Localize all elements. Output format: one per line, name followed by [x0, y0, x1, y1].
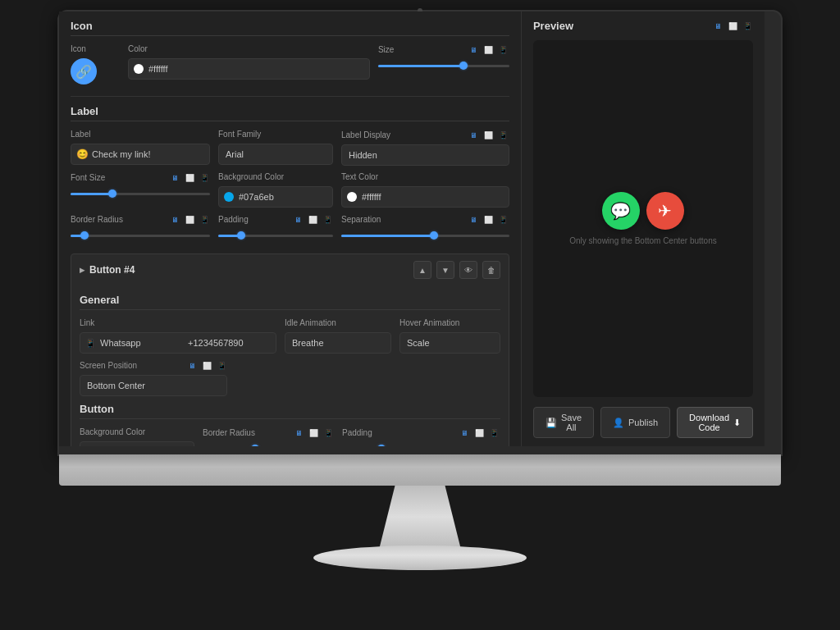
whatsapp-preview-button[interactable]: 💬: [602, 192, 640, 230]
btn-br-desktop-icon[interactable]: 🖥: [293, 427, 304, 439]
text-color-value: #ffffff: [362, 192, 381, 202]
text-color-input[interactable]: #ffffff: [341, 186, 509, 208]
link-input-wrapper[interactable]: 📱 Whatsapp +1234567890: [80, 332, 276, 354]
ld-desktop-icon[interactable]: 🖥: [468, 130, 480, 141]
pad-desktop-icon[interactable]: 🖥: [292, 214, 304, 226]
size-slider-fill: [378, 65, 463, 67]
sp-mobile-icon[interactable]: 📱: [216, 360, 227, 372]
link-value: +1234567890: [188, 338, 271, 348]
btn-br-tablet-icon[interactable]: ⬜: [308, 427, 319, 439]
download-icon: ⬇: [733, 418, 741, 428]
sep-thumb[interactable]: [430, 231, 438, 240]
br-desktop-icon[interactable]: 🖥: [169, 214, 180, 226]
btn-pad-thumb[interactable]: [377, 445, 386, 446]
mobile-icon[interactable]: 📱: [498, 44, 509, 56]
download-code-button[interactable]: Download Code ⬇: [677, 407, 753, 438]
monitor-chin: [59, 454, 781, 486]
link-field-group: Link 📱 Whatsapp +1234567890: [80, 318, 276, 354]
br-mobile-icon[interactable]: 📱: [199, 214, 210, 226]
move-down-button[interactable]: ▼: [436, 261, 454, 279]
label-display-select[interactable]: Hidden: [341, 144, 509, 166]
sp-tablet-icon[interactable]: ⬜: [201, 360, 212, 372]
prev-desktop-icon[interactable]: 🖥: [712, 21, 724, 32]
border-radius-slider[interactable]: [71, 229, 210, 242]
icon-section: Icon Icon 🔗 Color #ffffff: [71, 20, 509, 84]
sp-desktop-icon[interactable]: 🖥: [186, 360, 198, 372]
btn-padding-label: Padding: [342, 428, 372, 437]
font-size-track: [71, 193, 210, 195]
padding-group: Padding 🖥 ⬜ 📱: [218, 214, 333, 242]
sep-mobile-icon[interactable]: 📱: [498, 214, 509, 226]
btn-pad-desktop-icon[interactable]: 🖥: [459, 427, 471, 439]
padding-thumb[interactable]: [237, 231, 245, 240]
btn-bg-color-input[interactable]: #e74c3c: [80, 441, 194, 446]
idle-anim-select[interactable]: Breathe: [285, 332, 391, 354]
save-all-button[interactable]: 💾 Save All: [533, 407, 594, 438]
sep-desktop-icon[interactable]: 🖥: [468, 214, 480, 226]
font-size-device-icons: 🖥 ⬜ 📱: [169, 172, 210, 184]
font-size-slider[interactable]: [71, 187, 210, 200]
br-tablet-icon[interactable]: ⬜: [184, 214, 195, 226]
padding-slider[interactable]: [218, 229, 333, 242]
font-size-thumb[interactable]: [108, 189, 116, 198]
br-thumb[interactable]: [80, 231, 89, 240]
pad-tablet-icon[interactable]: ⬜: [307, 214, 318, 226]
size-label: Size: [378, 45, 394, 54]
desktop-icon[interactable]: 🖥: [468, 44, 480, 56]
font-family-select[interactable]: Arial: [218, 144, 333, 165]
fs-tablet-icon[interactable]: ⬜: [184, 172, 195, 184]
publish-button[interactable]: 👤 Publish: [600, 407, 670, 438]
btn-border-radius-slider[interactable]: [203, 442, 334, 446]
color-field-group: Color #ffffff: [128, 44, 370, 80]
delete-button[interactable]: 🗑: [482, 261, 500, 279]
btn-br-mobile-icon[interactable]: 📱: [322, 427, 334, 439]
label-display-label-row: Label Display 🖥 ⬜ 📱: [341, 130, 509, 141]
accordion-header[interactable]: ▶ Button #4 ▲ ▼ 👁 🗑: [71, 254, 509, 285]
btn-border-radius-label: Border Radius: [203, 428, 255, 437]
btn-padding-slider[interactable]: [342, 442, 500, 446]
prev-mobile-icon[interactable]: 📱: [742, 21, 753, 32]
prev-tablet-icon[interactable]: ⬜: [727, 21, 738, 32]
br-label-row: Border Radius 🖥 ⬜ 📱: [71, 214, 210, 226]
hover-anim-select[interactable]: Scale: [399, 332, 500, 354]
fs-mobile-icon[interactable]: 📱: [199, 172, 210, 184]
color-input[interactable]: #ffffff: [128, 58, 370, 80]
border-radius-group: Border Radius 🖥 ⬜ 📱: [71, 214, 210, 242]
label-display-label: Label Display: [341, 130, 390, 139]
screen-pos-label: Screen Position: [80, 361, 137, 370]
telegram-icon: ✈: [658, 201, 672, 221]
general-title: General: [80, 294, 500, 310]
expand-arrow: ▶: [80, 267, 84, 274]
tablet-icon[interactable]: ⬜: [483, 44, 495, 56]
text-color-label: Text Color: [341, 172, 509, 181]
bg-color-input[interactable]: #07a6eb: [218, 186, 333, 208]
sep-tablet-icon[interactable]: ⬜: [483, 214, 495, 226]
separation-slider[interactable]: [341, 229, 509, 242]
label-emoji: 😊: [76, 148, 89, 160]
padding-label: Padding: [218, 215, 249, 224]
label-input-wrapper[interactable]: 😊 Check my link!: [71, 144, 210, 165]
bg-color-dot: [224, 192, 234, 202]
size-slider[interactable]: [378, 59, 509, 72]
btn-pad-tablet-icon[interactable]: ⬜: [474, 427, 486, 439]
save-label: Save All: [561, 413, 582, 432]
icon-preview[interactable]: 🔗: [71, 58, 97, 84]
move-up-button[interactable]: ▲: [413, 261, 431, 279]
size-slider-track: [378, 65, 509, 67]
sep-label-row: Separation 🖥 ⬜ 📱: [341, 214, 509, 226]
pad-mobile-icon[interactable]: 📱: [322, 214, 333, 226]
fs-desktop-icon[interactable]: 🖥: [169, 172, 180, 184]
ld-mobile-icon[interactable]: 📱: [498, 130, 509, 141]
btn-border-radius-group: Border Radius 🖥 ⬜ 📱: [203, 427, 334, 446]
idle-anim-label: Idle Animation: [285, 318, 391, 327]
btn-br-thumb[interactable]: [251, 445, 259, 446]
whatsapp-icon: 💬: [610, 201, 631, 221]
btn-pad-mobile-icon[interactable]: 📱: [489, 427, 500, 439]
size-slider-thumb[interactable]: [459, 62, 468, 70]
telegram-preview-button[interactable]: ✈: [646, 192, 684, 230]
whatsapp-link-icon: 📱: [85, 339, 95, 348]
btn-padding-group: Padding 🖥 ⬜ 📱: [342, 427, 500, 446]
visibility-button[interactable]: 👁: [459, 261, 477, 279]
screen-pos-select[interactable]: Bottom Center: [80, 375, 227, 396]
ld-tablet-icon[interactable]: ⬜: [483, 130, 495, 141]
